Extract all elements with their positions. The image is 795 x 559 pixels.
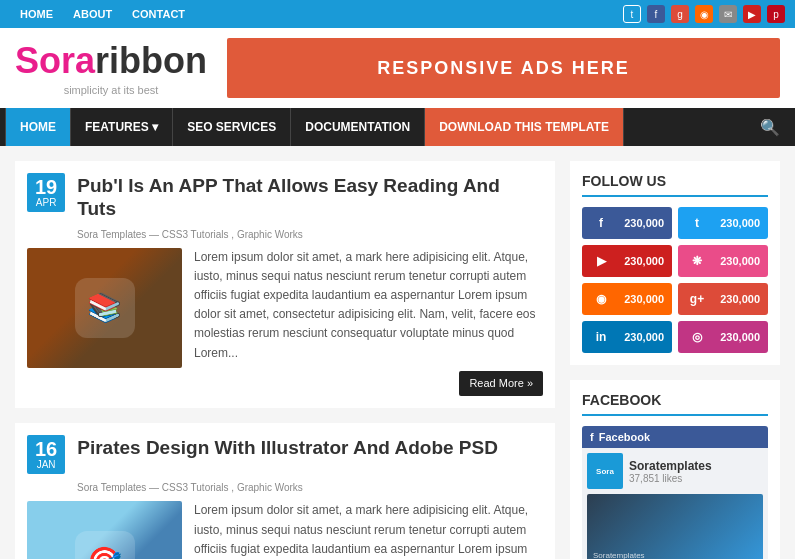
post-1: 19 APR Pub'l Is An APP That Allows Easy … bbox=[15, 161, 555, 408]
ad-banner: RESPONSIVE ADS HERE bbox=[227, 38, 780, 98]
main-navigation: HOME FEATURES ▾ SEO SERVICES DOCUMENTATI… bbox=[0, 108, 795, 146]
rss-icon-top[interactable]: ◉ bbox=[695, 5, 713, 23]
twitter-follow-icon: t bbox=[686, 212, 708, 234]
dribbble-count: 230,000 bbox=[720, 255, 760, 267]
gplus-count: 230,000 bbox=[720, 293, 760, 305]
pinterest-icon[interactable]: p bbox=[767, 5, 785, 23]
twitter-count: 230,000 bbox=[720, 217, 760, 229]
post-body-2: 🎯 Lorem ipsum dolor sit amet, a mark her… bbox=[27, 501, 543, 559]
facebook-widget-body: Sora Soratemplates 37,851 likes Soratemp… bbox=[582, 448, 768, 559]
post-thumb-2: 🎯 bbox=[27, 501, 182, 559]
post-meta-1: Sora Templates — CSS3 Tutorials , Graphi… bbox=[77, 229, 543, 240]
content-wrapper: 19 APR Pub'l Is An APP That Allows Easy … bbox=[0, 146, 795, 559]
follow-us-section: FOLLOW US f 230,000 t 230,000 ▶ 230,000 … bbox=[570, 161, 780, 365]
gplus-icon[interactable]: g bbox=[671, 5, 689, 23]
linkedin-follow-btn[interactable]: in 230,000 bbox=[582, 321, 672, 353]
follow-us-title: FOLLOW US bbox=[582, 173, 768, 197]
date-day-1: 19 bbox=[35, 177, 57, 197]
facebook-follow-btn[interactable]: f 230,000 bbox=[582, 207, 672, 239]
post-header-2: 16 JAN Pirates Design With Illustrator A… bbox=[27, 435, 543, 474]
youtube-follow-btn[interactable]: ▶ 230,000 bbox=[582, 245, 672, 277]
main-content: 19 APR Pub'l Is An APP That Allows Easy … bbox=[15, 161, 555, 559]
dribbble-follow-icon: ❋ bbox=[686, 250, 708, 272]
instagram-follow-icon: ◎ bbox=[686, 326, 708, 348]
facebook-widget-header: f Facebook bbox=[582, 426, 768, 448]
post-excerpt-1: Lorem ipsum dolor sit amet, a mark here … bbox=[194, 248, 543, 397]
youtube-count: 230,000 bbox=[624, 255, 664, 267]
top-bar: HOME ABOUT CONTACT t f g ◉ ✉ ▶ p bbox=[0, 0, 795, 28]
twitter-icon[interactable]: t bbox=[623, 5, 641, 23]
dribbble-follow-btn[interactable]: ❋ 230,000 bbox=[678, 245, 768, 277]
gplus-follow-btn[interactable]: g+ 230,000 bbox=[678, 283, 768, 315]
instagram-count: 230,000 bbox=[720, 331, 760, 343]
facebook-header-icon: f bbox=[590, 431, 594, 443]
logo-ribbon: ribbon bbox=[95, 40, 207, 81]
nav-home[interactable]: HOME bbox=[5, 108, 71, 146]
read-more-1: Read More » bbox=[194, 371, 543, 397]
gplus-follow-icon: g+ bbox=[686, 288, 708, 310]
search-icon[interactable]: 🔍 bbox=[750, 118, 790, 137]
top-nav-about[interactable]: ABOUT bbox=[63, 2, 122, 26]
top-navigation: HOME ABOUT CONTACT bbox=[10, 2, 195, 26]
post-thumb-1: 📚 bbox=[27, 248, 182, 368]
thumb-icon-1: 📚 bbox=[75, 278, 135, 338]
linkedin-follow-icon: in bbox=[590, 326, 612, 348]
nav-items: HOME FEATURES ▾ SEO SERVICES DOCUMENTATI… bbox=[5, 108, 750, 146]
post-meta-2: Sora Templates — CSS3 Tutorials , Graphi… bbox=[77, 482, 543, 493]
site-logo[interactable]: Soraribbon simplicity at its best bbox=[15, 40, 207, 96]
top-nav-home[interactable]: HOME bbox=[10, 2, 63, 26]
facebook-section: FACEBOOK f Facebook Sora Soratemplates 3… bbox=[570, 380, 780, 559]
logo-sora: Sora bbox=[15, 40, 95, 81]
post-title-1[interactable]: Pub'l Is An APP That Allows Easy Reading… bbox=[77, 175, 543, 221]
social-icons-top: t f g ◉ ✉ ▶ p bbox=[623, 5, 785, 23]
facebook-page-info: Sora Soratemplates 37,851 likes bbox=[587, 453, 763, 489]
rss-count: 230,000 bbox=[624, 293, 664, 305]
youtube-follow-icon: ▶ bbox=[590, 250, 612, 272]
twitter-follow-btn[interactable]: t 230,000 bbox=[678, 207, 768, 239]
follow-grid: f 230,000 t 230,000 ▶ 230,000 ❋ 230,000 … bbox=[582, 207, 768, 353]
post-body-1: 📚 Lorem ipsum dolor sit amet, a mark her… bbox=[27, 248, 543, 397]
top-nav-contact[interactable]: CONTACT bbox=[122, 2, 195, 26]
date-badge-1: 19 APR bbox=[27, 173, 65, 212]
date-badge-2: 16 JAN bbox=[27, 435, 65, 474]
instagram-follow-btn[interactable]: ◎ 230,000 bbox=[678, 321, 768, 353]
nav-documentation[interactable]: DOCUMENTATION bbox=[291, 108, 425, 146]
rss-follow-icon: ◉ bbox=[590, 288, 612, 310]
logo-text: Soraribbon bbox=[15, 40, 207, 82]
date-month-2: JAN bbox=[35, 459, 57, 470]
logo-tagline: simplicity at its best bbox=[15, 84, 207, 96]
nav-features[interactable]: FEATURES ▾ bbox=[71, 108, 173, 146]
read-more-btn-1[interactable]: Read More » bbox=[459, 371, 543, 397]
site-header: Soraribbon simplicity at its best RESPON… bbox=[0, 28, 795, 108]
facebook-cover-image: Soratemplates bbox=[587, 494, 763, 559]
date-day-2: 16 bbox=[35, 439, 57, 459]
rss-follow-btn[interactable]: ◉ 230,000 bbox=[582, 283, 672, 315]
post-2: 16 JAN Pirates Design With Illustrator A… bbox=[15, 423, 555, 559]
sidebar: FOLLOW US f 230,000 t 230,000 ▶ 230,000 … bbox=[570, 161, 780, 559]
facebook-cover-text: Soratemplates bbox=[593, 551, 645, 559]
email-icon[interactable]: ✉ bbox=[719, 5, 737, 23]
post-header-1: 19 APR Pub'l Is An APP That Allows Easy … bbox=[27, 173, 543, 221]
nav-seo[interactable]: SEO SERVICES bbox=[173, 108, 291, 146]
facebook-avatar: Sora bbox=[587, 453, 623, 489]
facebook-icon-top[interactable]: f bbox=[647, 5, 665, 23]
post-excerpt-2: Lorem ipsum dolor sit amet, a mark here … bbox=[194, 501, 543, 559]
facebook-count: 230,000 bbox=[624, 217, 664, 229]
youtube-icon[interactable]: ▶ bbox=[743, 5, 761, 23]
facebook-title: FACEBOOK bbox=[582, 392, 768, 416]
nav-download[interactable]: DOWNLOAD THIS TEMPLATE bbox=[425, 108, 624, 146]
linkedin-count: 230,000 bbox=[624, 331, 664, 343]
facebook-widget: f Facebook Sora Soratemplates 37,851 lik… bbox=[582, 426, 768, 559]
facebook-follow-icon: f bbox=[590, 212, 612, 234]
facebook-page-details: Soratemplates 37,851 likes bbox=[629, 459, 712, 484]
post-title-2[interactable]: Pirates Design With Illustrator And Adob… bbox=[77, 437, 543, 460]
thumb-icon-2: 🎯 bbox=[75, 531, 135, 559]
facebook-header-label: Facebook bbox=[599, 431, 650, 443]
date-month-1: APR bbox=[35, 197, 57, 208]
facebook-likes-count: 37,851 likes bbox=[629, 473, 712, 484]
facebook-page-name: Soratemplates bbox=[629, 459, 712, 473]
